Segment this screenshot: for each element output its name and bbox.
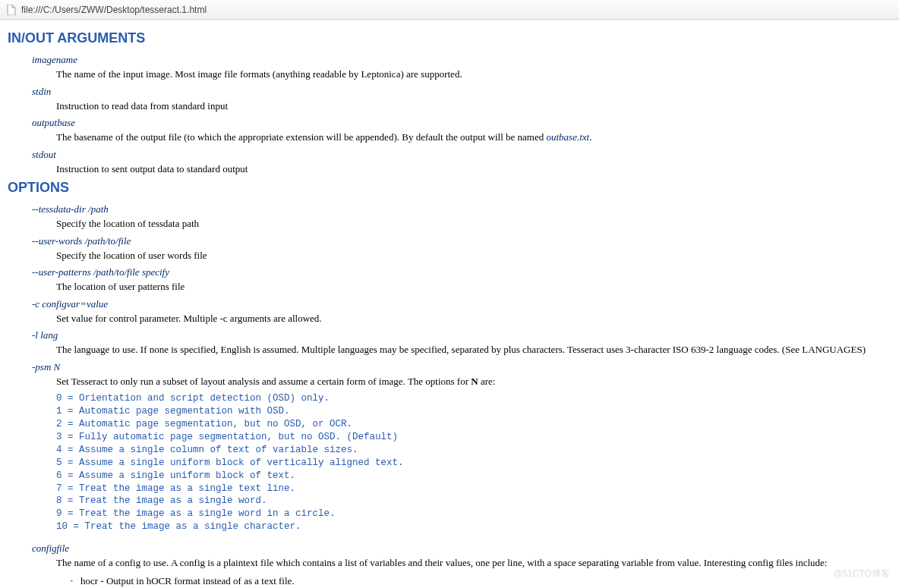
opt-desc: Specify the location of tessdata path [56, 217, 891, 231]
section-heading-inout: IN/OUT ARGUMENTS [8, 30, 891, 46]
opt-desc: The language to use. If none is specifie… [56, 343, 891, 357]
opt-desc-psm: Set Tesseract to only run a subset of la… [56, 375, 891, 388]
opt-term-psm: -psm N [32, 361, 891, 373]
opt-desc-configfile: The name of a config to use. A config is… [56, 556, 891, 570]
list-item: hocr - Output in hOCR format instead of … [70, 574, 891, 588]
section-heading-options: OPTIONS [8, 180, 891, 196]
opt-desc: Specify the location of user words file [56, 249, 891, 263]
arg-term: outputbase [32, 117, 891, 129]
address-url: file:///C:/Users/ZWW/Desktop/tesseract.1… [21, 5, 207, 15]
opt-term: --user-words /path/to/file [32, 235, 891, 247]
configfile-sublist: hocr - Output in hOCR format instead of … [56, 574, 891, 588]
inout-list: imagename The name of the input image. M… [32, 54, 891, 175]
options-list: --tessdata-dir /path Specify the locatio… [32, 203, 891, 588]
opt-term: --tessdata-dir /path [32, 203, 891, 215]
arg-desc: The name of the input image. Most image … [56, 68, 891, 81]
arg-term: stdout [32, 149, 891, 161]
arg-term: stdin [32, 86, 891, 98]
opt-term: --user-patterns /path/to/file specify [32, 266, 891, 278]
opt-desc: The location of user patterns file [56, 280, 891, 294]
opt-desc: Set value for control parameter. Multipl… [56, 312, 891, 325]
arg-desc: Instruction to sent output data to stand… [56, 162, 891, 176]
opt-term-configfile: configfile [32, 542, 891, 555]
file-icon [6, 5, 17, 15]
opt-term: -c configvar=value [32, 298, 891, 310]
psm-values-block: 0 = Orientation and script detection (OS… [32, 392, 891, 533]
arg-term: imagename [32, 54, 891, 66]
arg-desc: The basename of the output file (to whic… [56, 130, 891, 144]
address-bar[interactable]: file:///C:/Users/ZWW/Desktop/tesseract.1… [0, 0, 899, 20]
arg-desc: Instruction to read data from standard i… [56, 99, 891, 113]
document-body: IN/OUT ARGUMENTS imagename The name of t… [0, 20, 899, 588]
opt-term: -l lang [32, 329, 891, 341]
